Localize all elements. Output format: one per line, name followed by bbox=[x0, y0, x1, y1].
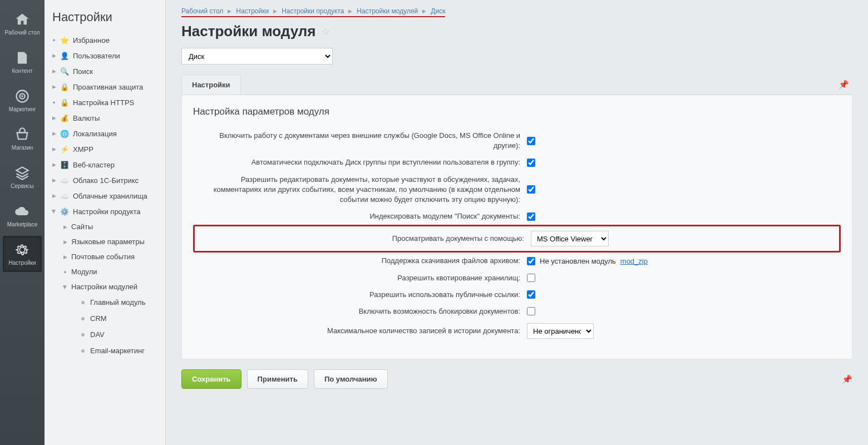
chevron-right-icon: ▶ bbox=[51, 53, 57, 58]
chevron-right-icon: ▶ bbox=[273, 8, 277, 14]
chevron-right-icon: ▶ bbox=[51, 193, 57, 199]
module-select[interactable]: Диск bbox=[181, 48, 333, 65]
sidebar-item-webcluster[interactable]: ▶🗄️Веб-кластер bbox=[50, 157, 161, 172]
tab-bar: Настройки 📌 bbox=[181, 75, 852, 95]
breadcrumb-link[interactable]: Диск bbox=[431, 7, 445, 15]
sidebar-item-xmpp[interactable]: ▶⚡XMPP bbox=[50, 141, 161, 157]
sidebar-item-search[interactable]: ▶🔍Поиск bbox=[50, 63, 161, 79]
sidebar-item-lang[interactable]: ▶Языковые параметры bbox=[61, 234, 161, 249]
globe-icon: 🌐 bbox=[60, 129, 69, 138]
checkbox-auto-connect[interactable] bbox=[527, 159, 535, 167]
star-icon: ⭐ bbox=[60, 36, 69, 44]
sidebar-item-dav[interactable]: DAV bbox=[80, 327, 161, 343]
breadcrumb-link[interactable]: Рабочий стол bbox=[181, 7, 223, 15]
cloud-icon: ☁️ bbox=[60, 176, 69, 185]
checkbox-external-docs[interactable] bbox=[527, 137, 535, 145]
pin-icon[interactable]: 📌 bbox=[839, 80, 852, 90]
iconbar-settings[interactable]: Настройки bbox=[3, 236, 42, 272]
chevron-right-icon: ▶ bbox=[228, 8, 231, 14]
bullet-icon: ● bbox=[51, 37, 57, 43]
sidebar-item-https[interactable]: ●🔒Настройка HTTPS bbox=[50, 95, 161, 110]
sidebar-item-main-module[interactable]: Главный модуль bbox=[80, 294, 161, 310]
home-icon bbox=[14, 12, 30, 27]
lock-icon: 🔒 bbox=[60, 98, 69, 107]
chevron-right-icon: ▶ bbox=[62, 239, 68, 245]
sidebar-item-currency[interactable]: ▶💰Валюты bbox=[50, 110, 161, 126]
checkbox-index-search[interactable] bbox=[527, 212, 535, 221]
form-row-auto-connect: Автоматически подключать Диск группы при… bbox=[193, 154, 841, 171]
svg-point-2 bbox=[21, 95, 23, 97]
save-button[interactable]: Сохранить bbox=[181, 369, 241, 389]
breadcrumb-link[interactable]: Настройки продукта bbox=[282, 7, 344, 15]
checkbox-quota[interactable] bbox=[527, 274, 535, 282]
chevron-right-icon: ▶ bbox=[51, 131, 57, 136]
chevron-right-icon: ▶ bbox=[62, 224, 68, 230]
dot-icon bbox=[81, 301, 85, 304]
gear-icon: ⚙️ bbox=[60, 207, 69, 216]
sidebar-item-crm[interactable]: CRM bbox=[80, 310, 161, 327]
chevron-right-icon: ▶ bbox=[51, 84, 57, 90]
sidebar-item-product[interactable]: ▶⚙️Настройки продукта bbox=[50, 204, 161, 219]
chevron-right-icon: ▶ bbox=[62, 254, 68, 260]
sidebar-item-users[interactable]: ▶👤Пользователи bbox=[50, 48, 161, 63]
form-row-archive: Поддержка скачивания файлов архивом: Не … bbox=[193, 253, 841, 269]
panel-title: Настройка параметров модуля bbox=[193, 106, 841, 117]
breadcrumb: Рабочий стол▶ Настройки▶ Настройки проду… bbox=[181, 7, 445, 17]
form-row-external-docs: Включить работу с документами через внеш… bbox=[193, 127, 841, 154]
modzip-link[interactable]: mod_zip bbox=[620, 257, 648, 265]
checkbox-lock-docs[interactable] bbox=[527, 307, 535, 315]
iconbar-content[interactable]: Контент bbox=[3, 44, 42, 80]
sidebar-item-modules[interactable]: ●Модули bbox=[61, 264, 161, 279]
pin-icon[interactable]: 📌 bbox=[842, 374, 852, 384]
form-row-allow-edit: Разрешить редактировать документы, котор… bbox=[193, 171, 841, 209]
breadcrumb-link[interactable]: Настройки модулей bbox=[357, 7, 418, 15]
apply-button[interactable]: Применить bbox=[247, 369, 308, 389]
tab-settings[interactable]: Настройки bbox=[181, 75, 241, 95]
page-title: Настройки модуля bbox=[181, 23, 315, 40]
favorite-star-icon[interactable]: ☆ bbox=[321, 26, 330, 38]
sidebar-item-mail[interactable]: ▶Почтовые события bbox=[61, 249, 161, 264]
chevron-right-icon: ▶ bbox=[51, 146, 57, 152]
checkbox-allow-edit[interactable] bbox=[527, 185, 535, 194]
sidebar-item-email[interactable]: Email-маркетинг bbox=[80, 343, 161, 359]
sidebar-item-favorites[interactable]: ●⭐Избранное bbox=[50, 32, 161, 48]
chevron-down-icon: ▶ bbox=[62, 284, 68, 290]
bullet-icon: ● bbox=[62, 269, 68, 275]
form-row-viewer: Просматривать документы с помощью: MS Of… bbox=[193, 225, 841, 253]
sidebar-title: Настройки bbox=[50, 10, 161, 24]
main-content: Рабочий стол▶ Настройки▶ Настройки проду… bbox=[166, 0, 868, 445]
chevron-right-icon: ▶ bbox=[51, 177, 57, 183]
dot-icon bbox=[81, 317, 85, 320]
iconbar-desktop[interactable]: Рабочий стол bbox=[3, 6, 42, 42]
checkbox-archive[interactable] bbox=[527, 257, 535, 265]
checkbox-public-links[interactable] bbox=[527, 290, 535, 299]
form-row-public-links: Разрешить использовать публичные ссылки: bbox=[193, 286, 841, 303]
default-button[interactable]: По умолчанию bbox=[314, 369, 388, 389]
button-row: Сохранить Применить По умолчанию 📌 bbox=[181, 369, 852, 389]
currency-icon: 💰 bbox=[60, 113, 69, 122]
dot-icon bbox=[81, 349, 85, 353]
iconbar: Рабочий стол Контент Маркетинг Магазин С… bbox=[0, 0, 45, 445]
sidebar-item-proactive[interactable]: ▶🔒Проактивная защита bbox=[50, 79, 161, 95]
iconbar-services[interactable]: Сервисы bbox=[3, 159, 42, 195]
iconbar-shop[interactable]: Магазин bbox=[3, 121, 42, 157]
sidebar-item-localization[interactable]: ▶🌐Локализация bbox=[50, 126, 161, 141]
cloud-icon bbox=[14, 204, 30, 219]
iconbar-marketplace[interactable]: Marketplace bbox=[3, 197, 42, 234]
sidebar-item-module-settings[interactable]: ▶Настройки модулей bbox=[61, 279, 161, 294]
select-history[interactable]: Не ограничено bbox=[527, 323, 594, 339]
user-icon: 👤 bbox=[60, 51, 69, 60]
sidebar-item-sites[interactable]: ▶Сайты bbox=[61, 219, 161, 234]
select-viewer[interactable]: MS Office Viewer bbox=[531, 231, 609, 246]
iconbar-marketing[interactable]: Маркетинг bbox=[3, 82, 42, 118]
form-row-quota: Разрешить квотирование хранилищ: bbox=[193, 270, 841, 286]
sidebar: Настройки ●⭐Избранное ▶👤Пользователи ▶🔍П… bbox=[45, 0, 166, 445]
form-row-index-search: Индексировать модулем "Поиск" документы: bbox=[193, 208, 841, 225]
sidebar-item-cloud1c[interactable]: ▶☁️Облако 1С-Битрикс bbox=[50, 172, 161, 188]
sidebar-item-cloudstorage[interactable]: ▶☁️Облачные хранилища bbox=[50, 188, 161, 204]
breadcrumb-link[interactable]: Настройки bbox=[236, 7, 269, 15]
layers-icon bbox=[14, 165, 30, 181]
chevron-right-icon: ▶ bbox=[51, 68, 57, 74]
archive-note: Не установлен модуль bbox=[540, 257, 616, 265]
chevron-right-icon: ▶ bbox=[51, 115, 57, 121]
